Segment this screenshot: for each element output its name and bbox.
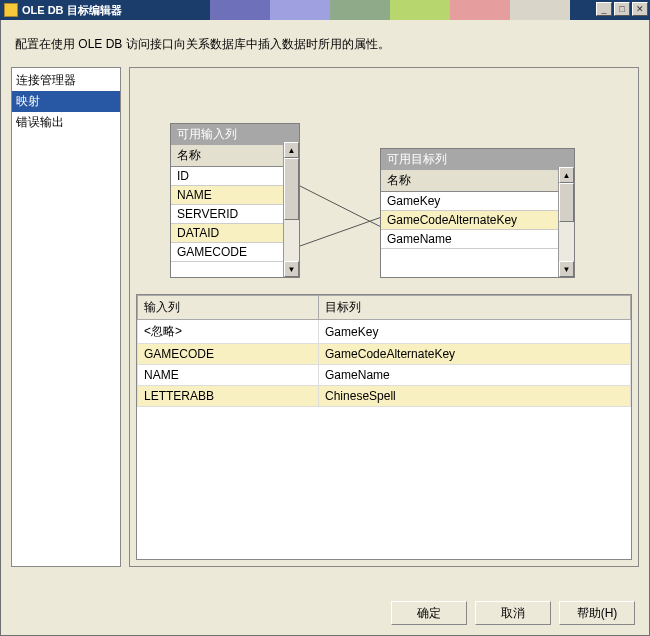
input-row[interactable]: ID [171, 167, 299, 186]
scroll-up-icon[interactable]: ▲ [559, 167, 574, 183]
map-out[interactable]: GameKey [319, 320, 631, 344]
table-row: GAMECODE GameCodeAlternateKey [138, 344, 631, 365]
nav-item-connection[interactable]: 连接管理器 [12, 70, 120, 91]
map-col-input[interactable]: 输入列 [138, 296, 319, 320]
mapping-table-wrap: 输入列 目标列 <忽略> GameKey GAMECODE GameCodeAl… [136, 294, 632, 560]
mapping-table[interactable]: 输入列 目标列 <忽略> GameKey GAMECODE GameCodeAl… [137, 295, 631, 407]
app-icon [4, 3, 18, 17]
mapping-canvas: 可用输入列 名称 ID NAME SERVERID DATAID GAMECOD… [130, 68, 638, 288]
target-columns-box[interactable]: 可用目标列 名称 GameKey GameCodeAlternateKey Ga… [380, 148, 575, 278]
input-row[interactable]: NAME [171, 186, 299, 205]
map-out[interactable]: GameCodeAlternateKey [319, 344, 631, 365]
nav-item-error-output[interactable]: 错误输出 [12, 112, 120, 133]
close-button[interactable]: ✕ [632, 2, 648, 16]
table-row: LETTERABB ChineseSpell [138, 386, 631, 407]
input-row[interactable]: DATAID [171, 224, 299, 243]
target-row[interactable]: GameName [381, 230, 574, 249]
nav-item-mapping[interactable]: 映射 [12, 91, 120, 112]
map-out[interactable]: GameName [319, 365, 631, 386]
description-text: 配置在使用 OLE DB 访问接口向关系数据库中插入数据时所用的属性。 [15, 36, 635, 53]
cancel-button[interactable]: 取消 [475, 601, 551, 625]
scroll-up-icon[interactable]: ▲ [284, 142, 299, 158]
maximize-button[interactable]: □ [614, 2, 630, 16]
minimize-button[interactable]: _ [596, 2, 612, 16]
input-box-title: 可用输入列 [171, 124, 299, 145]
window-body: 配置在使用 OLE DB 访问接口向关系数据库中插入数据时所用的属性。 连接管理… [0, 20, 650, 636]
target-box-list: GameKey GameCodeAlternateKey GameName [381, 192, 574, 249]
scroll-down-icon[interactable]: ▼ [284, 261, 299, 277]
target-row[interactable]: GameKey [381, 192, 574, 211]
input-columns-box[interactable]: 可用输入列 名称 ID NAME SERVERID DATAID GAMECOD… [170, 123, 300, 278]
dialog-buttons: 确定 取消 帮助(H) [391, 601, 635, 625]
help-button[interactable]: 帮助(H) [559, 601, 635, 625]
target-box-title: 可用目标列 [381, 149, 574, 170]
table-row: NAME GameName [138, 365, 631, 386]
window-title: OLE DB 目标编辑器 [22, 3, 122, 18]
target-row[interactable]: GameCodeAlternateKey [381, 211, 574, 230]
scroll-down-icon[interactable]: ▼ [559, 261, 574, 277]
window-controls: _ □ ✕ [594, 2, 648, 16]
map-col-target[interactable]: 目标列 [319, 296, 631, 320]
map-in[interactable]: LETTERABB [138, 386, 319, 407]
map-out[interactable]: ChineseSpell [319, 386, 631, 407]
title-rainbow [210, 0, 570, 20]
input-row[interactable]: SERVERID [171, 205, 299, 224]
map-in[interactable]: GAMECODE [138, 344, 319, 365]
target-box-header: 名称 [381, 170, 574, 192]
input-row[interactable]: GAMECODE [171, 243, 299, 262]
input-box-header: 名称 [171, 145, 299, 167]
nav-list: 连接管理器 映射 错误输出 [11, 67, 121, 567]
ok-button[interactable]: 确定 [391, 601, 467, 625]
map-in[interactable]: NAME [138, 365, 319, 386]
table-row: <忽略> GameKey [138, 320, 631, 344]
target-scrollbar[interactable]: ▲ ▼ [558, 167, 574, 277]
titlebar: OLE DB 目标编辑器 _ □ ✕ [0, 0, 650, 20]
input-box-list: ID NAME SERVERID DATAID GAMECODE [171, 167, 299, 262]
mapping-panel: 可用输入列 名称 ID NAME SERVERID DATAID GAMECOD… [129, 67, 639, 567]
input-scrollbar[interactable]: ▲ ▼ [283, 142, 299, 277]
map-in[interactable]: <忽略> [138, 320, 319, 344]
